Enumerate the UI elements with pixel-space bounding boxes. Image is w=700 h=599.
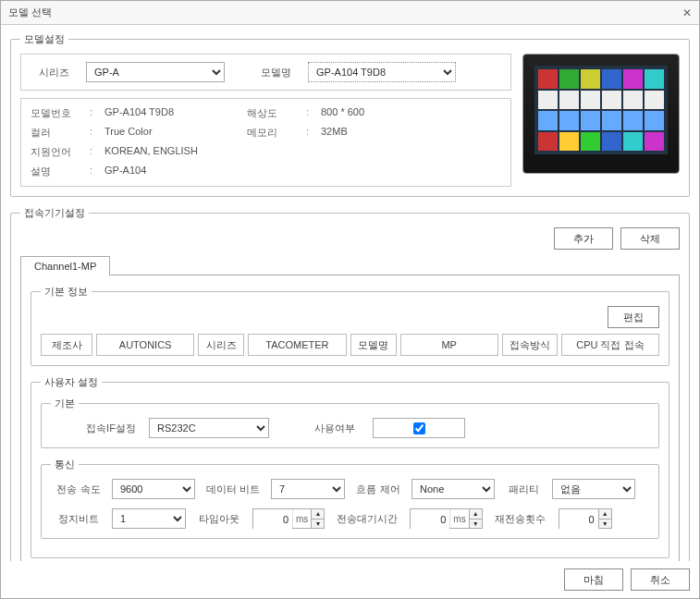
comm-group: 통신 전송 속도 9600 데이터 비트 7 흐름 제어 None 패리티 없음 [41,458,659,539]
stopbit-label: 정지비트 [51,512,106,526]
if-select[interactable]: RS232C [149,418,269,438]
model-settings-group: 모델설정 시리즈 GP-A 모델명 GP-A104 T9D8 [10,32,690,197]
cancel-button[interactable]: 취소 [631,568,690,591]
spin-down-icon[interactable]: ▼ [470,520,482,529]
connection-settings-legend: 접속기기설정 [20,206,89,220]
resolution-label: 해상도 [247,106,302,120]
dialog-footer: 마침 취소 [1,561,699,598]
series-value-bi: TACOMETER [248,334,346,356]
timeout-label: 타임아웃 [191,512,247,526]
series-select[interactable]: GP-A [86,62,225,82]
channel-tabbody: 기본 정보 편집 제조사 AUTONICS 시리즈 TACOMETER 모델명 … [20,275,680,561]
user-settings-legend: 사용자 설정 [41,375,102,389]
wait-unit: ms [449,509,468,528]
desc-value: GP-A104 [104,165,432,178]
flow-select[interactable]: None [411,479,495,499]
basic-legend: 기본 [51,397,79,410]
baud-select[interactable]: 9600 [112,479,195,499]
color-label: 컬러 [31,126,86,140]
channel-tabbar: Channel1-MP [20,255,680,275]
desc-label: 설명 [31,165,86,178]
modelname-label: 모델명 [252,66,299,79]
retry-label: 재전송횟수 [488,512,553,526]
databit-label: 데이터 비트 [201,483,265,496]
device-preview-image [522,54,680,174]
model-settings-legend: 모델설정 [20,32,68,46]
basic-info-group: 기본 정보 편집 제조사 AUTONICS 시리즈 TACOMETER 모델명 … [31,285,669,366]
stopbit-select[interactable]: 1 [112,508,186,529]
comm-legend: 통신 [51,458,79,471]
wait-label: 전송대기시간 [330,512,404,526]
timeout-spinner[interactable]: ms ▲▼ [252,508,325,529]
modelname-select[interactable]: GP-A104 T9D8 [308,62,456,82]
use-label: 사용여부 [302,422,367,435]
modelno-label: 모델번호 [31,106,86,120]
modelno-value: GP-A104 T9D8 [104,106,243,120]
series-label-bi: 시리즈 [198,334,244,356]
retry-spinner[interactable]: ▲▼ [559,508,612,529]
titlebar: 모델 선택 ✕ [1,1,699,25]
use-checkbox[interactable] [413,422,425,434]
conntype-value: CPU 직접 접속 [561,334,659,356]
connection-settings-group: 접속기기설정 추가 삭제 Channel1-MP 기본 정보 편집 제조사 AU… [10,206,690,561]
spin-up-icon[interactable]: ▲ [599,509,611,520]
model-info-box: 모델번호 : GP-A104 T9D8 해상도 : 800 * 600 컬러 :… [20,98,511,187]
resolution-value: 800 * 600 [321,106,432,120]
model-label-bi: 모델명 [350,334,397,356]
wait-input[interactable] [411,509,449,530]
maker-value: AUTONICS [96,334,194,356]
model-select-dialog: 모델 선택 ✕ 모델설정 시리즈 GP-A 모델명 GP-A104 T9D8 [0,0,700,599]
close-icon[interactable]: ✕ [682,6,692,19]
edit-button[interactable]: 편집 [608,306,659,328]
use-checkbox-box [373,418,465,438]
color-value: True Color [104,126,243,140]
memory-value: 32MB [321,126,432,140]
wait-spinner[interactable]: ms ▲▼ [410,508,482,529]
series-label: 시리즈 [31,66,77,79]
memory-label: 메모리 [247,126,302,140]
baud-label: 전송 속도 [51,483,106,496]
spin-down-icon[interactable]: ▼ [312,520,324,529]
timeout-input[interactable] [253,509,292,530]
spin-down-icon[interactable]: ▼ [599,520,611,529]
add-button[interactable]: 추가 [554,227,613,250]
model-select-row: 시리즈 GP-A 모델명 GP-A104 T9D8 [20,54,511,91]
lang-label: 지원언어 [31,145,86,159]
spin-up-icon[interactable]: ▲ [470,509,482,520]
lang-value: KOREAN, ENGLISH [104,145,432,159]
basic-info-legend: 기본 정보 [41,285,92,299]
conntype-label: 접속방식 [502,334,558,356]
window-title: 모델 선택 [8,6,682,19]
if-label: 접속IF설정 [79,422,143,435]
tab-channel1[interactable]: Channel1-MP [20,256,110,275]
finish-button[interactable]: 마침 [564,568,623,591]
content-area: 모델설정 시리즈 GP-A 모델명 GP-A104 T9D8 [1,25,699,561]
spin-up-icon[interactable]: ▲ [312,509,324,520]
user-settings-group: 사용자 설정 기본 접속IF설정 RS232C 사용여부 [31,375,669,558]
delete-button[interactable]: 삭제 [620,227,680,250]
databit-select[interactable]: 7 [271,479,345,499]
retry-input[interactable] [559,509,598,530]
flow-label: 흐름 제어 [350,483,406,496]
basic-group: 기본 접속IF설정 RS232C 사용여부 [41,397,659,448]
model-value-bi: MP [400,334,498,356]
timeout-unit: ms [292,509,311,528]
parity-label: 패리티 [500,483,546,496]
parity-select[interactable]: 없음 [552,479,635,499]
maker-label: 제조사 [41,334,92,356]
